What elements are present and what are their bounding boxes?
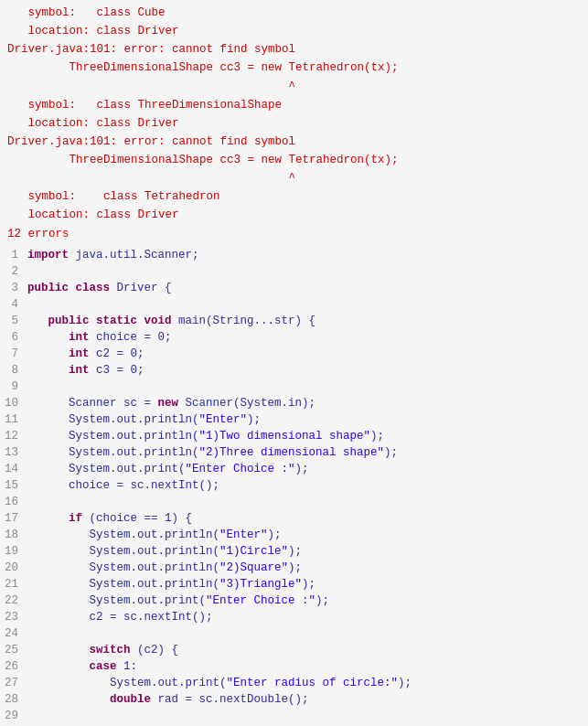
line-code: c2 = sc.nextInt(); <box>26 609 213 625</box>
code-line: 14 System.out.print("Enter Choice :"); <box>0 461 588 477</box>
code-line: 5 public static void main(String...str) … <box>0 313 588 329</box>
code-line: 10 Scanner sc = new Scanner(System.in); <box>0 395 588 411</box>
code-line: 2 <box>0 263 588 280</box>
line-number: 3 <box>0 280 26 296</box>
code-line: 23 c2 = sc.nextInt(); <box>0 609 588 625</box>
code-line: 17 if (choice == 1) { <box>0 510 588 527</box>
error-line: ^ <box>0 169 588 187</box>
line-code: System.out.println("2)Three dimensional … <box>26 444 398 461</box>
code-line: 8 int c3 = 0; <box>0 362 588 379</box>
line-number: 14 <box>0 461 26 477</box>
code-line: 24 <box>0 625 588 642</box>
error-line: symbol: class Tetrahedron <box>0 187 588 206</box>
line-number: 9 <box>0 379 26 395</box>
line-code <box>26 263 27 280</box>
code-line: 26 case 1: <box>0 658 588 675</box>
line-number: 16 <box>0 494 26 510</box>
line-code: Scanner sc = new Scanner(System.in); <box>26 395 315 411</box>
line-code: System.out.println("Enter"); <box>26 411 261 428</box>
code-line: 25 switch (c2) { <box>0 642 588 658</box>
code-line: 20 System.out.println("2)Square"); <box>0 560 588 576</box>
line-code: case 1: <box>26 658 137 675</box>
line-number: 12 <box>0 428 26 444</box>
line-code: switch (c2) { <box>26 642 178 658</box>
line-code <box>26 296 27 313</box>
code-line: 3public class Driver { <box>0 280 588 296</box>
code-line: 16 <box>0 494 588 510</box>
error-line: symbol: class Cube <box>0 4 588 22</box>
line-code <box>26 379 27 395</box>
line-number: 8 <box>0 362 26 379</box>
code-line: 13 System.out.println("2)Three dimension… <box>0 444 588 461</box>
code-section: 1import java.util.Scanner;23public class… <box>0 247 588 726</box>
line-code: System.out.println("2)Square"); <box>26 560 302 576</box>
line-code <box>26 625 27 642</box>
error-line: ThreeDimensionalShape cc3 = new Tetrahed… <box>0 151 588 169</box>
line-code: double rad = sc.nextDouble(); <box>26 691 309 708</box>
line-number: 20 <box>0 560 26 576</box>
line-code: System.out.print("Enter radius of circle… <box>26 675 412 691</box>
line-number: 29 <box>0 708 26 724</box>
line-number: 1 <box>0 247 26 263</box>
line-number: 10 <box>0 395 26 411</box>
code-line: 6 int choice = 0; <box>0 329 588 346</box>
line-code: int c3 = 0; <box>26 362 144 379</box>
line-number: 11 <box>0 411 26 428</box>
line-number: 22 <box>0 593 26 609</box>
line-number: 7 <box>0 346 26 362</box>
code-container: symbol: class Cube location: class Drive… <box>0 0 588 726</box>
line-code: public static void main(String...str) { <box>26 313 315 329</box>
error-line: Driver.java:101: error: cannot find symb… <box>0 40 588 59</box>
error-section: symbol: class Cube location: class Drive… <box>0 0 588 247</box>
line-code <box>26 708 27 724</box>
line-number: 21 <box>0 576 26 593</box>
line-number: 15 <box>0 477 26 494</box>
line-code: System.out.print("Enter Choice :"); <box>26 593 329 609</box>
line-number: 2 <box>0 263 26 280</box>
error-line: location: class Driver <box>0 114 588 133</box>
code-line: 1import java.util.Scanner; <box>0 247 588 263</box>
error-line: symbol: class ThreeDimensionalShape <box>0 96 588 114</box>
error-line: 12 errors <box>0 225 588 243</box>
line-code: System.out.println("3)Triangle"); <box>26 576 315 593</box>
line-number: 27 <box>0 675 26 691</box>
line-number: 23 <box>0 609 26 625</box>
code-line: 21 System.out.println("3)Triangle"); <box>0 576 588 593</box>
line-number: 4 <box>0 296 26 313</box>
code-line: 12 System.out.println("1)Two dimensional… <box>0 428 588 444</box>
line-number: 24 <box>0 625 26 642</box>
code-line: 9 <box>0 379 588 395</box>
code-line: 27 System.out.print("Enter radius of cir… <box>0 675 588 691</box>
code-line: 11 System.out.println("Enter"); <box>0 411 588 428</box>
code-line: 29 <box>0 708 588 724</box>
line-code: System.out.println("1)Two dimensional sh… <box>26 428 384 444</box>
line-code: System.out.print("Enter Choice :"); <box>26 461 309 477</box>
code-line: 4 <box>0 296 588 313</box>
line-number: 5 <box>0 313 26 329</box>
line-code: choice = sc.nextInt(); <box>26 477 219 494</box>
line-code: int choice = 0; <box>26 329 172 346</box>
error-line: Driver.java:101: error: cannot find symb… <box>0 133 588 151</box>
line-code: public class Driver { <box>26 280 172 296</box>
line-code: int c2 = 0; <box>26 346 144 362</box>
line-code <box>26 494 27 510</box>
line-number: 19 <box>0 543 26 560</box>
code-line: 7 int c2 = 0; <box>0 346 588 362</box>
code-line: 28 double rad = sc.nextDouble(); <box>0 691 588 708</box>
line-number: 17 <box>0 510 26 527</box>
line-number: 26 <box>0 658 26 675</box>
line-number: 18 <box>0 527 26 543</box>
line-code: System.out.println("1)Circle"); <box>26 543 302 560</box>
error-line: ThreeDimensionalShape cc3 = new Tetrahed… <box>0 59 588 77</box>
line-code: System.out.println("Enter"); <box>26 527 282 543</box>
line-number: 13 <box>0 444 26 461</box>
error-line: ^ <box>0 78 588 96</box>
code-line: 15 choice = sc.nextInt(); <box>0 477 588 494</box>
line-number: 28 <box>0 691 26 708</box>
error-line: location: class Driver <box>0 22 588 40</box>
code-line: 18 System.out.println("Enter"); <box>0 527 588 543</box>
line-number: 25 <box>0 642 26 658</box>
line-code: import java.util.Scanner; <box>26 247 199 263</box>
line-number: 6 <box>0 329 26 346</box>
code-line: 22 System.out.print("Enter Choice :"); <box>0 593 588 609</box>
